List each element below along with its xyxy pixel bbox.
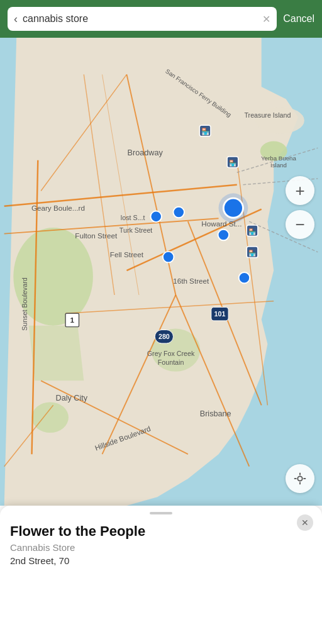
- svg-text:lost S...t: lost S...t: [121, 214, 145, 221]
- svg-text:Geary Boule...rd: Geary Boule...rd: [31, 204, 85, 212]
- svg-text:Fulton Street: Fulton Street: [75, 231, 118, 240]
- clear-icon[interactable]: ✕: [262, 13, 270, 25]
- svg-text:Broadway: Broadway: [128, 148, 164, 157]
- map: 101 280 1 Broadway Geary Boule...rd Turk…: [0, 38, 322, 506]
- bottom-panel: ✕ Flower to the People Cannabis Store 2n…: [0, 506, 322, 644]
- svg-text:Turk Street: Turk Street: [119, 226, 153, 234]
- back-arrow-icon[interactable]: ‹: [14, 13, 18, 26]
- svg-text:Brisbane: Brisbane: [200, 409, 231, 418]
- svg-text:Sunset Boulevard: Sunset Boulevard: [21, 277, 28, 331]
- search-text: cannabis store: [23, 13, 262, 25]
- svg-point-65: [297, 476, 302, 480]
- cancel-button[interactable]: Cancel: [283, 13, 314, 25]
- zoom-out-button[interactable]: −: [286, 210, 314, 239]
- zoom-controls: + −: [286, 176, 314, 243]
- svg-text:Island: Island: [270, 162, 287, 169]
- svg-text:16th Street: 16th Street: [173, 277, 209, 285]
- svg-text:🏪: 🏪: [248, 249, 257, 257]
- svg-text:🏪: 🏪: [201, 128, 210, 136]
- svg-text:Daly City: Daly City: [56, 394, 88, 402]
- svg-point-62: [239, 272, 250, 284]
- svg-text:Grey Fox Creek: Grey Fox Creek: [147, 350, 195, 357]
- svg-text:Fountain: Fountain: [158, 358, 184, 366]
- svg-text:1: 1: [70, 316, 75, 324]
- svg-point-59: [173, 207, 184, 218]
- svg-marker-5: [29, 326, 84, 381]
- svg-point-60: [218, 230, 230, 241]
- svg-point-64: [223, 198, 243, 218]
- place-info: Flower to the People Cannabis Store 2nd …: [0, 514, 322, 566]
- svg-point-58: [150, 211, 162, 223]
- zoom-in-button[interactable]: +: [286, 176, 314, 205]
- svg-text:🏪: 🏪: [229, 159, 237, 167]
- svg-text:Fell Street: Fell Street: [110, 250, 144, 258]
- svg-text:🏪: 🏪: [248, 228, 257, 236]
- svg-point-61: [163, 252, 174, 263]
- search-bar: ‹ cannabis store ✕: [8, 7, 277, 31]
- svg-text:101: 101: [214, 310, 226, 318]
- close-panel-button[interactable]: ✕: [297, 514, 313, 531]
- svg-point-3: [32, 402, 69, 433]
- header: ‹ cannabis store ✕ Cancel: [0, 0, 322, 38]
- place-name: Flower to the People: [10, 523, 312, 540]
- place-address: 2nd Street, 70: [10, 555, 312, 566]
- place-type: Cannabis Store: [10, 542, 312, 553]
- svg-text:Yerba Buena: Yerba Buena: [261, 155, 296, 162]
- svg-text:Treasure Island: Treasure Island: [244, 111, 291, 119]
- svg-text:280: 280: [158, 333, 170, 340]
- location-button[interactable]: [286, 464, 314, 493]
